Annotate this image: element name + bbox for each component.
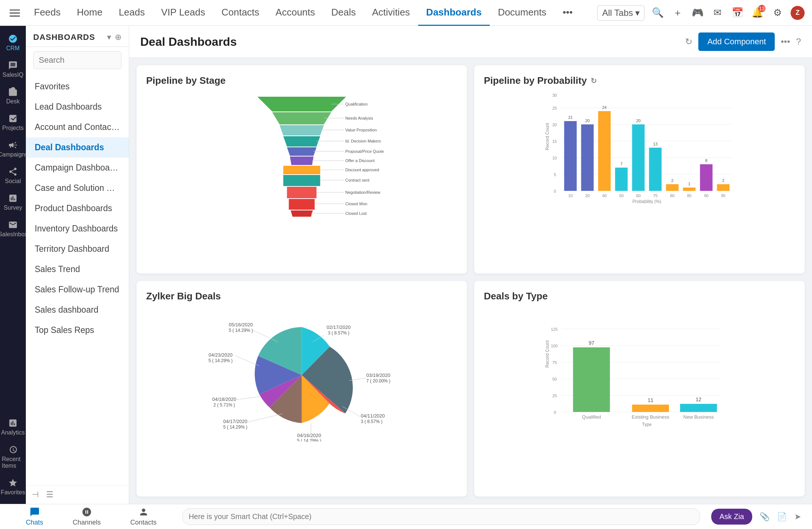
avatar[interactable]: Z [791,6,805,20]
nav-item-product-dashboards[interactable]: Product Dashboards [26,198,129,219]
sidebar-collapse-icon[interactable]: ⊣ [32,490,39,499]
smart-chat-field[interactable] [182,508,700,525]
svg-text:Closed Lost: Closed Lost [345,211,367,216]
svg-text:95: 95 [721,193,725,198]
svg-text:5 ( 14.29% ): 5 ( 14.29% ) [229,328,253,333]
email-icon[interactable]: ✉ [711,6,724,20]
nav-sidebar: DASHBOARDS ▾ ⊕ Favorites Lead Dashboards… [26,26,129,504]
search-input[interactable] [33,51,121,69]
menu-toggle[interactable] [7,6,22,20]
nav-item-sales-trend[interactable]: Sales Trend [26,259,129,279]
svg-text:3 ( 8.57% ): 3 ( 8.57% ) [361,419,383,424]
svg-text:10: 10 [568,193,572,198]
svg-marker-11 [287,187,317,198]
deals-bar-chart: Record Count 0 25 50 75 100 125 [484,309,795,427]
svg-text:50: 50 [553,377,557,381]
sidebar-item-analytics[interactable]: Analytics [2,415,24,440]
gamepad-icon[interactable]: 🎮 [691,6,704,20]
svg-text:40: 40 [602,193,606,198]
svg-text:Qualification: Qualification [345,102,368,106]
bottom-tab-chats[interactable]: Chats [11,507,58,526]
nav-item-campaign-dashboards[interactable]: Campaign Dashboards [26,158,129,178]
notification-icon[interactable]: 🔔13 [751,6,764,20]
main-layout: CRM SalesIQ Desk Projects Campaigns Soci… [0,26,812,504]
sidebar-item-salesiq[interactable]: SalesIQ [2,57,24,82]
svg-marker-12 [289,199,315,210]
search-icon[interactable]: 🔍 [651,6,664,20]
svg-text:50: 50 [619,193,623,198]
sidebar-item-recent-items[interactable]: Recent Items [2,441,24,473]
svg-text:11: 11 [648,397,654,403]
ask-zia-button[interactable]: Ask Zia [711,509,752,525]
svg-text:Id. Decision Makers: Id. Decision Makers [345,139,381,143]
sidebar-item-projects[interactable]: Projects [2,110,24,135]
nav-item-top-sales-reps[interactable]: Top Sales Reps [26,320,129,340]
nav-tab-deals[interactable]: Deals [323,0,364,26]
nav-tab-contacts[interactable]: Contacts [213,0,268,26]
document-icon[interactable]: 📄 [777,512,787,522]
svg-text:7 ( 20.00% ): 7 ( 20.00% ) [367,378,390,384]
bar-existing [632,405,669,412]
nav-sidebar-dropdown-icon[interactable]: ▾ [107,32,111,42]
sidebar-list-icon[interactable]: ☰ [46,490,54,499]
more-options-icon[interactable]: ••• [781,37,790,47]
bottom-tab-contacts[interactable]: Contacts [116,507,171,526]
nav-item-inventory-dashboards[interactable]: Inventory Dashboards [26,219,129,239]
nav-item-favorites[interactable]: Favorites [26,76,129,97]
nav-item-case-solution[interactable]: Case and Solution Dash... [26,178,129,198]
nav-sidebar-title: DASHBOARDS [33,32,95,42]
add-icon[interactable]: ＋ [671,6,684,20]
svg-text:Offer a Discount: Offer a Discount [345,158,375,163]
nav-tab-vip-leads[interactable]: VIP Leads [153,0,213,26]
sidebar-item-favorites[interactable]: Favorites [2,474,24,499]
add-component-button[interactable]: Add Component [698,32,775,51]
nav-tab-accounts[interactable]: Accounts [268,0,323,26]
sidebar-item-survey[interactable]: Survey [2,190,24,215]
nav-item-account-contact[interactable]: Account and Contact Da... [26,117,129,137]
svg-text:Value Proposition: Value Proposition [345,128,377,132]
nav-tab-dashboards[interactable]: Dashboards [418,0,490,26]
svg-text:5 ( 14.29% ): 5 ( 14.29% ) [297,438,321,442]
nav-item-sales-followup[interactable]: Sales Follow-up Trend [26,279,129,300]
nav-sidebar-add-icon[interactable]: ⊕ [115,32,121,42]
dashboard-grid: Pipeline by Stage [129,58,812,504]
calendar-icon[interactable]: 📅 [731,6,744,20]
svg-text:Type: Type [642,422,651,427]
svg-text:Contract sent: Contract sent [345,178,369,182]
sidebar-item-campaigns[interactable]: Campaigns [2,137,24,162]
settings-icon[interactable]: ⚙ [771,6,784,20]
sidebar-item-crm[interactable]: CRM [2,30,24,55]
refresh-icon[interactable]: ↻ [685,37,692,47]
attachment-icon[interactable]: 📎 [760,512,770,522]
nav-tab-leads[interactable]: Leads [111,0,153,26]
nav-item-sales-dashboard[interactable]: Sales dashboard [26,300,129,320]
nav-tab-feeds[interactable]: Feeds [26,0,69,26]
topbar: Feeds Home Leads VIP Leads Contacts Acco… [0,0,812,26]
svg-text:75: 75 [553,360,557,365]
sidebar-item-desk[interactable]: Desk [2,83,24,109]
help-icon[interactable]: ? [796,37,801,47]
sidebar-item-social[interactable]: Social [2,163,24,188]
all-tabs-button[interactable]: All Tabs ▾ [597,5,644,21]
svg-text:20: 20 [585,193,589,198]
probability-refresh-icon[interactable]: ↻ [591,76,597,85]
bar-60 [632,124,645,191]
zylker-big-deals-card: Zylker Big Deals [137,281,467,497]
send-icon[interactable]: ➤ [794,512,801,522]
sidebar-item-salesinbox[interactable]: SalesInbox [2,216,24,241]
nav-tab-home[interactable]: Home [69,0,110,26]
nav-tab-activities[interactable]: Activities [364,0,418,26]
svg-marker-10 [283,175,320,186]
svg-line-91 [247,414,283,422]
bottombar: Chats Channels Contacts Ask Zia 📎 📄 ➤ [0,504,812,529]
svg-text:Qualified: Qualified [582,414,601,420]
nav-item-lead-dashboards[interactable]: Lead Dashboards [26,97,129,117]
nav-tab-documents[interactable]: Documents [490,0,555,26]
nav-tab-more[interactable]: ••• [554,0,581,26]
nav-item-deal-dashboards[interactable]: Deal Dashboards [26,137,129,158]
nav-item-territory-dashboard[interactable]: Territory Dashboard [26,239,129,259]
bar-95 [717,184,730,191]
bottom-tab-channels[interactable]: Channels [58,507,116,526]
svg-text:25: 25 [553,394,557,398]
svg-text:8: 8 [705,158,707,163]
